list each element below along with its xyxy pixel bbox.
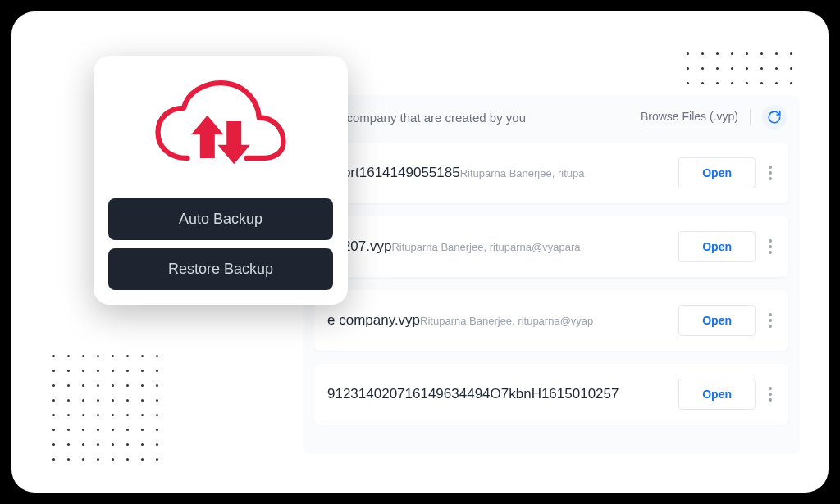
- file-row: 40207.vypRituparna Banerjee, rituparna@v…: [314, 216, 788, 277]
- more-vertical-icon: [769, 313, 772, 316]
- restore-backup-button[interactable]: Restore Backup: [108, 248, 333, 290]
- refresh-button[interactable]: [762, 105, 787, 129]
- decorative-dots-bottom-left: [52, 355, 166, 468]
- divider: [750, 109, 751, 125]
- backup-card: Auto Backup Restore Backup: [94, 56, 348, 305]
- more-menu-button[interactable]: [765, 382, 775, 406]
- auto-backup-button[interactable]: Auto Backup: [108, 198, 333, 240]
- decorative-dots-top-right: [687, 52, 800, 92]
- cloud-backup-icon: [147, 75, 294, 182]
- file-row: eport1614149055185Rituparna Banerjee, ri…: [314, 143, 788, 203]
- more-menu-button[interactable]: [765, 234, 775, 259]
- file-meta: Rituparna Banerjee, ritupa: [460, 167, 585, 179]
- refresh-icon: [767, 110, 782, 125]
- file-panel-header: e the company that are created by you Br…: [303, 95, 800, 138]
- open-button[interactable]: Open: [678, 305, 756, 336]
- open-button[interactable]: Open: [678, 157, 756, 188]
- file-panel: e the company that are created by you Br…: [303, 95, 800, 454]
- file-name: e company.vyp: [327, 312, 420, 329]
- more-vertical-icon: [769, 387, 772, 390]
- file-meta: Rituparna Banerjee, rituparna@vyap: [420, 315, 593, 327]
- file-row: e company.vypRituparna Banerjee, ritupar…: [314, 290, 788, 351]
- panel-header-text: e the company that are created by you: [316, 111, 641, 125]
- open-button[interactable]: Open: [678, 231, 756, 262]
- open-button[interactable]: Open: [678, 379, 756, 410]
- file-meta: Rituparna Banerjee, rituparna@vyapara: [391, 241, 580, 253]
- file-list: eport1614149055185Rituparna Banerjee, ri…: [303, 138, 800, 454]
- file-row: 912314020716149634494O7kbnH1615010257 Op…: [314, 364, 788, 425]
- file-name: 912314020716149634494O7kbnH1615010257: [327, 386, 619, 402]
- more-vertical-icon: [769, 166, 772, 169]
- more-vertical-icon: [769, 239, 772, 243]
- more-menu-button[interactable]: [765, 308, 775, 333]
- browse-files-link[interactable]: Browse Files (.vyp): [641, 110, 738, 125]
- more-menu-button[interactable]: [765, 161, 775, 185]
